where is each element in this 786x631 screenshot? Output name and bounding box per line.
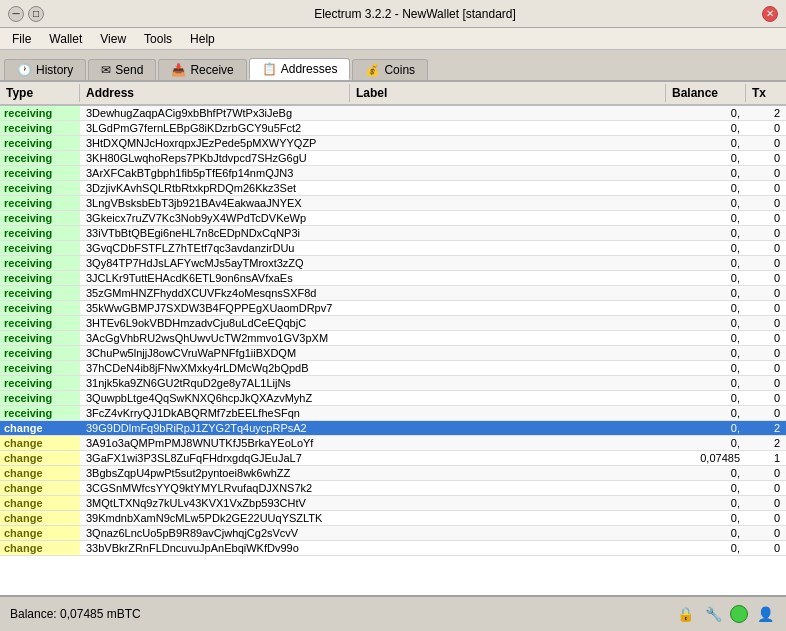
cell-address: 3A91o3aQMPmPMJ8WNUTKfJ5BrkaYEoLoYf [80,436,350,450]
cell-balance: 0, [666,121,746,135]
menu-item-file[interactable]: File [4,30,39,48]
menu-item-wallet[interactable]: Wallet [41,30,90,48]
cell-label [350,331,666,345]
cell-tx: 0 [746,271,786,285]
table-row[interactable]: receiving 3Qy84TP7HdJsLAFYwcMJs5ayTMroxt… [0,256,786,271]
user-icon[interactable]: 👤 [754,603,776,625]
table-row[interactable]: receiving 3LngVBsksbEbT3jb921BAv4EakwaaJ… [0,196,786,211]
addresses-tab-label: Addresses [281,62,338,76]
col-balance: Balance [666,84,746,102]
cell-tx: 0 [746,361,786,375]
table-row[interactable]: receiving 3KH80GLwqhoReps7PKbJtdvpcd7SHz… [0,151,786,166]
table-row[interactable]: receiving 3ArXFCakBTgbph1fib5pTfE6fp14nm… [0,166,786,181]
cell-tx: 0 [746,331,786,345]
history-tab-label: History [36,63,73,77]
table-row[interactable]: receiving 35zGMmHNZFhyddXCUVFkz4oMesqnsS… [0,286,786,301]
addresses-tab-icon: 📋 [262,62,277,76]
cell-tx: 0 [746,301,786,315]
cell-type: change [0,541,80,555]
cell-address: 3ChuPw5lnjjJ8owCVruWaPNFfg1iiBXDQM [80,346,350,360]
cell-balance: 0, [666,211,746,225]
table-row[interactable]: receiving 31njk5ka9ZN6GU2tRquD2ge8y7AL1L… [0,376,786,391]
tab-coins[interactable]: 💰Coins [352,59,428,80]
menu-item-view[interactable]: View [92,30,134,48]
cell-tx: 0 [746,316,786,330]
table-row[interactable]: change 39KmdnbXamN9cMLw5PDk2GE22UUqYSZLT… [0,511,786,526]
cell-balance: 0, [666,196,746,210]
cell-tx: 0 [746,241,786,255]
table-body[interactable]: receiving 3DewhugZaqpACig9xbBhfPt7WtPx3i… [0,106,786,595]
table-row[interactable]: receiving 3DewhugZaqpACig9xbBhfPt7WtPx3i… [0,106,786,121]
cell-balance: 0, [666,526,746,540]
cell-tx: 0 [746,211,786,225]
cell-address: 31njk5ka9ZN6GU2tRquD2ge8y7AL1LijNs [80,376,350,390]
lock-icon[interactable]: 🔒 [674,603,696,625]
cell-tx: 0 [746,526,786,540]
table-row[interactable]: receiving 3GvqCDbFSTFLZ7hTEtf7qc3avdanzi… [0,241,786,256]
table-row[interactable]: change 3MQtLTXNq9z7kULv43KVX1VxZbp593CHt… [0,496,786,511]
tab-addresses[interactable]: 📋Addresses [249,58,351,80]
table-row[interactable]: receiving 3Gkeicx7ruZV7Kc3Nob9yX4WPdTcDV… [0,211,786,226]
cell-label [350,526,666,540]
menu-item-help[interactable]: Help [182,30,223,48]
tab-receive[interactable]: 📥Receive [158,59,246,80]
table-row[interactable]: receiving 3FcZ4vKrryQJ1DkABQRMf7zbEELfhe… [0,406,786,421]
table-row[interactable]: change 3GaFX1wi3P3SL8ZuFqFHdrxgdqGJEuJaL… [0,451,786,466]
cell-label [350,376,666,390]
maximize-button[interactable]: □ [28,6,44,22]
cell-type: receiving [0,361,80,375]
settings-icon[interactable]: 🔧 [702,603,724,625]
table-row[interactable]: change 3A91o3aQMPmPMJ8WNUTKfJ5BrkaYEoLoY… [0,436,786,451]
cell-type: receiving [0,391,80,405]
cell-address: 33bVBkrZRnFLDncuvuJpAnEbqiWKfDv99o [80,541,350,555]
cell-tx: 0 [746,121,786,135]
cell-type: receiving [0,166,80,180]
cell-label [350,361,666,375]
cell-label [350,181,666,195]
cell-address: 3DewhugZaqpACig9xbBhfPt7WtPx3iJeBg [80,106,350,120]
table-row[interactable]: receiving 37hCDeN4ib8jFNwXMxky4rLDMcWq2b… [0,361,786,376]
cell-type: receiving [0,286,80,300]
table-row[interactable]: receiving 3JCLKr9TuttEHAcdK6ETL9on6nsAVf… [0,271,786,286]
cell-address: 3MQtLTXNq9z7kULv43KVX1VxZbp593CHtV [80,496,350,510]
tab-history[interactable]: 🕐History [4,59,86,80]
cell-tx: 0 [746,466,786,480]
cell-address: 37hCDeN4ib8jFNwXMxky4rLDMcWq2bQpdB [80,361,350,375]
close-button[interactable]: ✕ [762,6,778,22]
table-row[interactable]: change 3CGSnMWfcsYYQ9ktYMYLRvufaqDJXNS7k… [0,481,786,496]
cell-type: change [0,526,80,540]
table-row[interactable]: receiving 33iVTbBtQBEgi6neHL7n8cEDpNDxCq… [0,226,786,241]
cell-type: receiving [0,346,80,360]
table-row[interactable]: receiving 3HTEv6L9okVBDHmzadvCju8uLdCeEQ… [0,316,786,331]
cell-type: receiving [0,181,80,195]
cell-type: receiving [0,316,80,330]
cell-label [350,226,666,240]
table-row[interactable]: receiving 3DzjivKAvhSQLRtbRtxkpRDQm26Kkz… [0,181,786,196]
cell-balance: 0, [666,286,746,300]
table-row[interactable]: receiving 3HtDXQMNJcHoxrqpxJEzPede5pMXWY… [0,136,786,151]
table-row[interactable]: change 39G9DDlmFq9bRiRpJ1ZYG2Tq4uycpRPsA… [0,421,786,436]
cell-tx: 0 [746,286,786,300]
menu-item-tools[interactable]: Tools [136,30,180,48]
window-title: Electrum 3.2.2 - NewWallet [standard] [68,7,762,21]
tab-send[interactable]: ✉Send [88,59,156,80]
table-row[interactable]: change 3Qnaz6LncUo5pB9R89avCjwhqjCg2sVcv… [0,526,786,541]
cell-balance: 0, [666,421,746,435]
cell-balance: 0, [666,106,746,120]
status-bar: Balance: 0,07485 mBTC 🔒 🔧 👤 [0,595,786,631]
table-row[interactable]: change 33bVBkrZRnFLDncuvuJpAnEbqiWKfDv99… [0,541,786,556]
col-address: Address [80,84,350,102]
receive-tab-label: Receive [190,63,233,77]
cell-type: receiving [0,256,80,270]
cell-label [350,151,666,165]
table-row[interactable]: receiving 3AcGgVhbRU2wsQhUwvUcTW2mmvo1GV… [0,331,786,346]
minimize-button[interactable]: ─ [8,6,24,22]
table-row[interactable]: receiving 3ChuPw5lnjjJ8owCVruWaPNFfg1iiB… [0,346,786,361]
table-row[interactable]: change 3BgbsZqpU4pwPt5sut2pyntoei8wk6whZ… [0,466,786,481]
cell-type: receiving [0,136,80,150]
table-row[interactable]: receiving 3LGdPmG7fernLEBpG8iKDzrbGCY9u5… [0,121,786,136]
cell-address: 39KmdnbXamN9cMLw5PDk2GE22UUqYSZLTK [80,511,350,525]
table-row[interactable]: receiving 3QuwpbLtge4QqSwKNXQ6hcpJkQXAzv… [0,391,786,406]
cell-balance: 0, [666,481,746,495]
table-row[interactable]: receiving 35kWwGBMPJ7SXDW3B4FQPPEgXUaomD… [0,301,786,316]
